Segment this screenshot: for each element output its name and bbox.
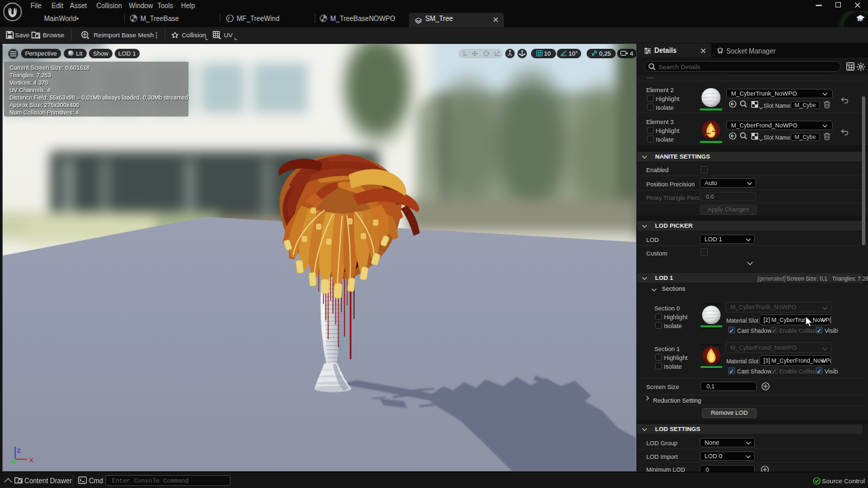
svg-text:X: X [29, 457, 33, 464]
svg-text:Z: Z [17, 447, 21, 454]
svg-text:f: f [228, 16, 230, 22]
